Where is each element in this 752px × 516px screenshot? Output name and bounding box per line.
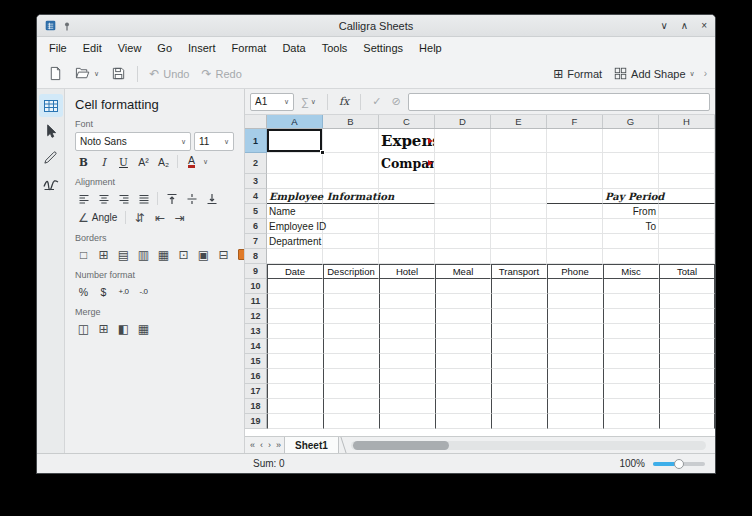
cell-H18[interactable] <box>659 399 715 414</box>
cell-A13[interactable] <box>267 324 323 339</box>
cell-F18[interactable] <box>547 399 603 414</box>
cell-F15[interactable] <box>547 354 603 369</box>
cell-G11[interactable] <box>603 294 659 309</box>
save-button[interactable] <box>106 63 131 84</box>
cell-E19[interactable] <box>491 414 547 429</box>
cell-B18[interactable] <box>323 399 379 414</box>
cell-H1[interactable] <box>659 129 715 153</box>
row-header-18[interactable]: 18 <box>245 399 267 414</box>
cell-B9[interactable]: Description <box>323 264 379 279</box>
cell-B17[interactable] <box>323 384 379 399</box>
cell-G4[interactable]: Pay Period <box>603 189 659 204</box>
superscript-button[interactable]: A² <box>135 153 152 170</box>
cell-H6[interactable] <box>659 219 715 234</box>
cell-A11[interactable] <box>267 294 323 309</box>
functions-dropdown[interactable]: ∑ ∨ <box>298 95 319 109</box>
toolbar-overflow-icon[interactable]: › <box>702 68 709 79</box>
accept-button[interactable]: ✓ <box>369 94 384 109</box>
cell-B16[interactable] <box>323 369 379 384</box>
cell-F11[interactable] <box>547 294 603 309</box>
pen-tool-button[interactable] <box>39 146 63 169</box>
percent-format-button[interactable]: % <box>75 283 92 300</box>
menu-view[interactable]: View <box>110 40 150 56</box>
cell-C6[interactable] <box>379 219 435 234</box>
cell-D14[interactable] <box>435 339 491 354</box>
decrease-indent-button[interactable]: ⇤ <box>151 209 168 226</box>
cell-H17[interactable] <box>659 384 715 399</box>
cell-C3[interactable] <box>379 174 435 189</box>
underline-button[interactable]: U <box>115 153 132 170</box>
sheet-tab-sheet1[interactable]: Sheet1 <box>284 437 339 453</box>
cell-B7[interactable] <box>323 234 379 249</box>
cell-B5[interactable] <box>323 204 379 219</box>
menu-edit[interactable]: Edit <box>75 40 110 56</box>
cell-E16[interactable] <box>491 369 547 384</box>
open-document-button[interactable]: ∨ <box>70 63 104 84</box>
cell-D10[interactable] <box>435 279 491 294</box>
cell-A16[interactable] <box>267 369 323 384</box>
merge-horizontal-button[interactable]: ⊞ <box>95 320 112 337</box>
cell-E4[interactable] <box>491 189 547 204</box>
increase-indent-button[interactable]: ⇥ <box>171 209 188 226</box>
align-top-button[interactable] <box>163 190 180 207</box>
cell-F16[interactable] <box>547 369 603 384</box>
border-thick-button[interactable]: ▣ <box>195 246 212 263</box>
cell-G9[interactable]: Misc <box>603 264 659 279</box>
cell-F6[interactable] <box>547 219 603 234</box>
cell-F1[interactable] <box>547 129 603 153</box>
menu-data[interactable]: Data <box>274 40 313 56</box>
cell-H8[interactable] <box>659 249 715 264</box>
cell-F2[interactable] <box>547 153 603 174</box>
row-header-12[interactable]: 12 <box>245 309 267 324</box>
cell-E9[interactable]: Transport <box>491 264 547 279</box>
vertical-text-button[interactable]: ⇵ <box>131 209 148 226</box>
cell-C13[interactable] <box>379 324 435 339</box>
cell-G17[interactable] <box>603 384 659 399</box>
column-header-G[interactable]: G <box>603 115 659 128</box>
previous-sheet-button[interactable]: ‹ <box>258 441 265 450</box>
cell-B14[interactable] <box>323 339 379 354</box>
menu-format[interactable]: Format <box>224 40 275 56</box>
cell-F13[interactable] <box>547 324 603 339</box>
row-header-19[interactable]: 19 <box>245 414 267 429</box>
cell-D4[interactable] <box>435 189 491 204</box>
border-remove-button[interactable]: ⊟ <box>215 246 232 263</box>
cell-D11[interactable] <box>435 294 491 309</box>
cell-G7[interactable] <box>603 234 659 249</box>
cell-D7[interactable] <box>435 234 491 249</box>
cell-D13[interactable] <box>435 324 491 339</box>
angle-button[interactable]: ∠ Angle <box>75 209 120 226</box>
cell-G14[interactable] <box>603 339 659 354</box>
row-header-4[interactable]: 4 <box>245 189 267 204</box>
cell-D3[interactable] <box>435 174 491 189</box>
cell-B11[interactable] <box>323 294 379 309</box>
insert-function-button[interactable]: fx <box>336 94 352 109</box>
cell-A17[interactable] <box>267 384 323 399</box>
formula-input[interactable] <box>408 93 710 111</box>
cell-G5[interactable]: From <box>603 204 659 219</box>
redo-button[interactable]: ↷ Redo <box>196 65 246 83</box>
cell-C14[interactable] <box>379 339 435 354</box>
cell-H12[interactable] <box>659 309 715 324</box>
unmerge-button[interactable]: ▦ <box>135 320 152 337</box>
cell-C17[interactable] <box>379 384 435 399</box>
cell-C12[interactable] <box>379 309 435 324</box>
row-header-14[interactable]: 14 <box>245 339 267 354</box>
first-sheet-button[interactable]: « <box>248 441 257 450</box>
cell-B13[interactable] <box>323 324 379 339</box>
cell-B8[interactable] <box>323 249 379 264</box>
cell-B12[interactable] <box>323 309 379 324</box>
cell-A15[interactable] <box>267 354 323 369</box>
subscript-button[interactable]: A₂ <box>155 153 172 170</box>
cell-F19[interactable] <box>547 414 603 429</box>
cell-E15[interactable] <box>491 354 547 369</box>
row-header-6[interactable]: 6 <box>245 219 267 234</box>
cell-A12[interactable] <box>267 309 323 324</box>
cell-G1[interactable] <box>603 129 659 153</box>
border-outline-button[interactable]: ⊡ <box>175 246 192 263</box>
cell-D15[interactable] <box>435 354 491 369</box>
cell-A2[interactable] <box>267 153 323 174</box>
cell-C10[interactable] <box>379 279 435 294</box>
selection-handle[interactable] <box>320 150 325 155</box>
cell-H14[interactable] <box>659 339 715 354</box>
